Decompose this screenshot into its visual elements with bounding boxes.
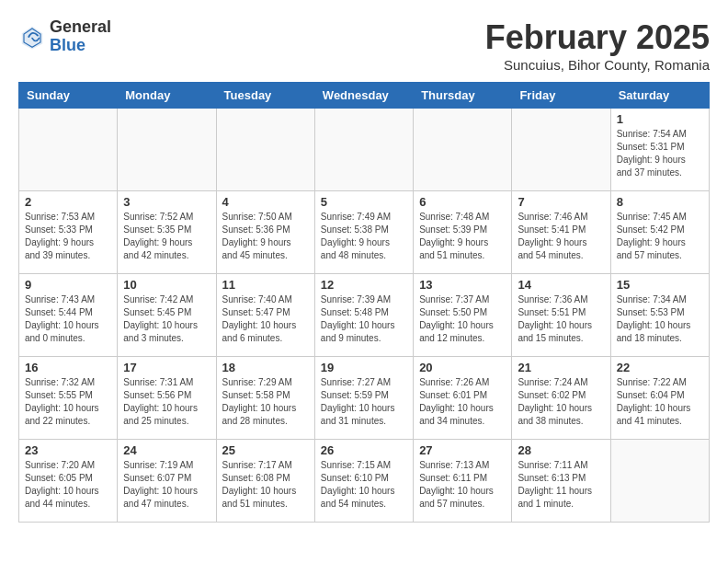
calendar-cell: 14Sunrise: 7:36 AMSunset: 5:51 PMDayligh… bbox=[512, 274, 610, 357]
day-info: Sunrise: 7:26 AMSunset: 6:01 PMDaylight:… bbox=[419, 376, 506, 428]
day-info: Sunrise: 7:50 AMSunset: 5:36 PMDaylight:… bbox=[222, 211, 309, 262]
day-info: Sunrise: 7:45 AMSunset: 5:42 PMDaylight:… bbox=[617, 211, 703, 262]
day-number: 23 bbox=[25, 443, 111, 457]
day-number: 20 bbox=[419, 361, 506, 374]
day-number: 4 bbox=[222, 195, 309, 209]
week-row-4: 16Sunrise: 7:32 AMSunset: 5:55 PMDayligh… bbox=[19, 357, 710, 440]
weekday-header-tuesday: Tuesday bbox=[216, 83, 314, 109]
calendar-cell bbox=[414, 109, 512, 191]
day-number: 8 bbox=[617, 195, 703, 209]
day-number: 27 bbox=[419, 443, 506, 457]
calendar-cell bbox=[512, 109, 610, 191]
day-info: Sunrise: 7:37 AMSunset: 5:50 PMDaylight:… bbox=[419, 293, 506, 345]
weekday-header-friday: Friday bbox=[512, 83, 610, 109]
day-info: Sunrise: 7:13 AMSunset: 6:11 PMDaylight:… bbox=[419, 459, 506, 511]
day-number: 1 bbox=[617, 112, 703, 126]
day-number: 24 bbox=[123, 443, 210, 457]
month-title: February 2025 bbox=[485, 18, 710, 57]
day-info: Sunrise: 7:54 AMSunset: 5:31 PMDaylight:… bbox=[617, 128, 703, 179]
day-number: 6 bbox=[419, 195, 506, 209]
calendar-cell: 5Sunrise: 7:49 AMSunset: 5:38 PMDaylight… bbox=[314, 191, 413, 274]
calendar-cell: 15Sunrise: 7:34 AMSunset: 5:53 PMDayligh… bbox=[610, 274, 709, 357]
week-row-5: 23Sunrise: 7:20 AMSunset: 6:05 PMDayligh… bbox=[19, 440, 710, 523]
day-number: 14 bbox=[518, 278, 604, 292]
calendar-cell: 3Sunrise: 7:52 AMSunset: 5:35 PMDaylight… bbox=[118, 191, 216, 274]
day-number: 21 bbox=[518, 361, 604, 374]
day-number: 10 bbox=[123, 278, 210, 292]
weekday-header-saturday: Saturday bbox=[610, 83, 709, 109]
calendar-cell: 24Sunrise: 7:19 AMSunset: 6:07 PMDayligh… bbox=[118, 440, 216, 523]
day-info: Sunrise: 7:32 AMSunset: 5:55 PMDaylight:… bbox=[25, 376, 111, 428]
calendar-cell bbox=[19, 109, 118, 191]
day-info: Sunrise: 7:29 AMSunset: 5:58 PMDaylight:… bbox=[222, 376, 309, 428]
day-info: Sunrise: 7:40 AMSunset: 5:47 PMDaylight:… bbox=[222, 293, 309, 345]
title-area: February 2025 Suncuius, Bihor County, Ro… bbox=[485, 18, 710, 73]
calendar-cell: 21Sunrise: 7:24 AMSunset: 6:02 PMDayligh… bbox=[512, 357, 610, 440]
day-info: Sunrise: 7:15 AMSunset: 6:10 PMDaylight:… bbox=[321, 459, 407, 511]
location-subtitle: Suncuius, Bihor County, Romania bbox=[485, 57, 710, 73]
calendar-cell: 6Sunrise: 7:48 AMSunset: 5:39 PMDaylight… bbox=[414, 191, 512, 274]
calendar-cell: 28Sunrise: 7:11 AMSunset: 6:13 PMDayligh… bbox=[512, 440, 610, 523]
week-row-3: 9Sunrise: 7:43 AMSunset: 5:44 PMDaylight… bbox=[19, 274, 710, 357]
day-number: 2 bbox=[25, 195, 111, 209]
day-number: 11 bbox=[222, 278, 309, 292]
day-number: 17 bbox=[123, 361, 210, 374]
day-info: Sunrise: 7:17 AMSunset: 6:08 PMDaylight:… bbox=[222, 459, 309, 511]
calendar-cell: 16Sunrise: 7:32 AMSunset: 5:55 PMDayligh… bbox=[19, 357, 118, 440]
header: General Blue February 2025 Suncuius, Bih… bbox=[18, 18, 710, 73]
calendar-table: SundayMondayTuesdayWednesdayThursdayFrid… bbox=[18, 82, 710, 523]
calendar-cell: 10Sunrise: 7:42 AMSunset: 5:45 PMDayligh… bbox=[118, 274, 216, 357]
day-info: Sunrise: 7:42 AMSunset: 5:45 PMDaylight:… bbox=[123, 293, 210, 345]
day-info: Sunrise: 7:43 AMSunset: 5:44 PMDaylight:… bbox=[25, 293, 111, 345]
calendar-cell bbox=[118, 109, 216, 191]
day-number: 7 bbox=[518, 195, 604, 209]
calendar-cell: 19Sunrise: 7:27 AMSunset: 5:59 PMDayligh… bbox=[314, 357, 413, 440]
weekday-header-thursday: Thursday bbox=[414, 83, 512, 109]
calendar-cell: 23Sunrise: 7:20 AMSunset: 6:05 PMDayligh… bbox=[19, 440, 118, 523]
day-info: Sunrise: 7:34 AMSunset: 5:53 PMDaylight:… bbox=[617, 293, 703, 345]
day-info: Sunrise: 7:39 AMSunset: 5:48 PMDaylight:… bbox=[321, 293, 407, 345]
calendar-cell: 27Sunrise: 7:13 AMSunset: 6:11 PMDayligh… bbox=[414, 440, 512, 523]
day-number: 19 bbox=[321, 361, 407, 374]
day-info: Sunrise: 7:27 AMSunset: 5:59 PMDaylight:… bbox=[321, 376, 407, 428]
calendar-header: SundayMondayTuesdayWednesdayThursdayFrid… bbox=[19, 83, 710, 109]
day-number: 12 bbox=[321, 278, 407, 292]
day-info: Sunrise: 7:52 AMSunset: 5:35 PMDaylight:… bbox=[123, 211, 210, 262]
day-number: 5 bbox=[321, 195, 407, 209]
day-info: Sunrise: 7:49 AMSunset: 5:38 PMDaylight:… bbox=[321, 211, 407, 262]
day-info: Sunrise: 7:36 AMSunset: 5:51 PMDaylight:… bbox=[518, 293, 604, 345]
calendar-cell: 8Sunrise: 7:45 AMSunset: 5:42 PMDaylight… bbox=[610, 191, 709, 274]
calendar-cell: 7Sunrise: 7:46 AMSunset: 5:41 PMDaylight… bbox=[512, 191, 610, 274]
weekday-header-sunday: Sunday bbox=[19, 83, 118, 109]
logo-blue-text: Blue bbox=[50, 37, 111, 55]
calendar-cell: 1Sunrise: 7:54 AMSunset: 5:31 PMDaylight… bbox=[610, 109, 709, 191]
week-row-1: 1Sunrise: 7:54 AMSunset: 5:31 PMDaylight… bbox=[19, 109, 710, 191]
day-number: 3 bbox=[123, 195, 210, 209]
weekday-header-monday: Monday bbox=[118, 83, 216, 109]
calendar-cell: 25Sunrise: 7:17 AMSunset: 6:08 PMDayligh… bbox=[216, 440, 314, 523]
calendar-cell bbox=[314, 109, 413, 191]
day-number: 15 bbox=[617, 278, 703, 292]
calendar-cell: 26Sunrise: 7:15 AMSunset: 6:10 PMDayligh… bbox=[314, 440, 413, 523]
day-number: 28 bbox=[518, 443, 604, 457]
calendar-cell: 20Sunrise: 7:26 AMSunset: 6:01 PMDayligh… bbox=[414, 357, 512, 440]
day-info: Sunrise: 7:20 AMSunset: 6:05 PMDaylight:… bbox=[25, 459, 111, 511]
calendar-cell: 18Sunrise: 7:29 AMSunset: 5:58 PMDayligh… bbox=[216, 357, 314, 440]
day-number: 16 bbox=[25, 361, 111, 374]
calendar-body: 1Sunrise: 7:54 AMSunset: 5:31 PMDaylight… bbox=[19, 109, 710, 523]
day-number: 25 bbox=[222, 443, 309, 457]
calendar-cell: 17Sunrise: 7:31 AMSunset: 5:56 PMDayligh… bbox=[118, 357, 216, 440]
day-info: Sunrise: 7:22 AMSunset: 6:04 PMDaylight:… bbox=[617, 376, 703, 428]
day-number: 18 bbox=[222, 361, 309, 374]
calendar-cell: 11Sunrise: 7:40 AMSunset: 5:47 PMDayligh… bbox=[216, 274, 314, 357]
logo-general-text: General bbox=[50, 18, 111, 37]
day-number: 13 bbox=[419, 278, 506, 292]
day-info: Sunrise: 7:53 AMSunset: 5:33 PMDaylight:… bbox=[25, 211, 111, 262]
calendar-cell: 13Sunrise: 7:37 AMSunset: 5:50 PMDayligh… bbox=[414, 274, 512, 357]
day-info: Sunrise: 7:48 AMSunset: 5:39 PMDaylight:… bbox=[419, 211, 506, 262]
day-info: Sunrise: 7:11 AMSunset: 6:13 PMDaylight:… bbox=[518, 459, 604, 511]
logo: General Blue bbox=[18, 18, 111, 55]
weekday-header-row: SundayMondayTuesdayWednesdayThursdayFrid… bbox=[19, 83, 710, 109]
day-info: Sunrise: 7:31 AMSunset: 5:56 PMDaylight:… bbox=[123, 376, 210, 428]
week-row-2: 2Sunrise: 7:53 AMSunset: 5:33 PMDaylight… bbox=[19, 191, 710, 274]
